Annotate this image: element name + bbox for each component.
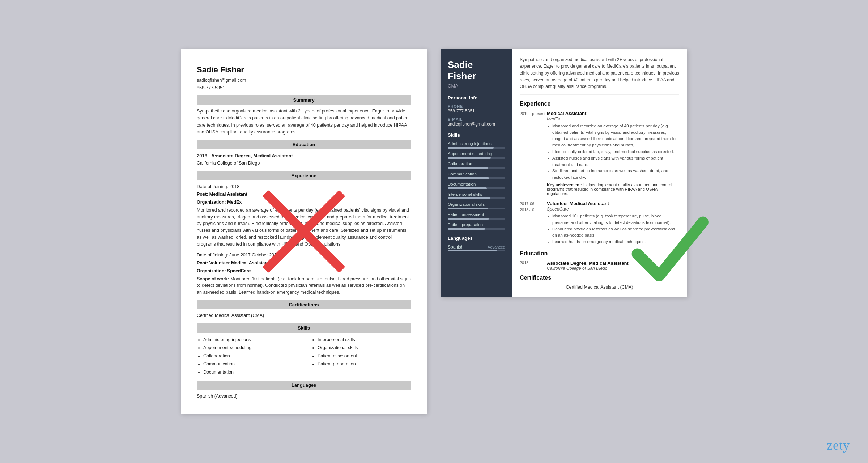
bullet-item: Sterilized and set up instruments as wel… <box>552 168 679 181</box>
skill-bar-item: Documentation <box>448 182 505 189</box>
job2-org: Organization: SpeedCare <box>197 268 411 275</box>
right-title: CMA <box>448 83 505 89</box>
education-header: Education <box>197 140 411 149</box>
languages-sidebar-title: Languages <box>448 235 505 241</box>
skill-bar-item: Interpersonal skills <box>448 192 505 199</box>
right-sidebar: Sadie Fisher CMA Personal Info Phone 858… <box>441 49 512 297</box>
edu-school-right: California College of San Diego <box>547 266 679 271</box>
job2-desc: Scope of work: Monitored 10+ patients (e… <box>197 276 411 296</box>
skill-item: Appointment scheduling <box>203 344 297 352</box>
exp-company-1: MedEx <box>547 116 679 122</box>
job1-joining: Date of Joining: 2018– <box>197 183 411 190</box>
exp-job-title-1: Medical Assistant <box>547 111 679 116</box>
skills-col-left: Administering injections Appointment sch… <box>197 336 297 377</box>
left-email: sadicqfisher@gmail.com <box>197 77 411 84</box>
exp-dates-1: 2019 - present <box>520 111 547 196</box>
right-summary: Sympathetic and organized medical assist… <box>520 56 679 95</box>
left-name: Sadie Fisher <box>197 64 411 76</box>
lang-level: Advanced <box>488 245 505 249</box>
skills-list-right: Interpersonal skills Organizational skil… <box>311 336 411 368</box>
skill-item: Interpersonal skills <box>318 336 411 344</box>
phone-value: 858-777-5351 <box>448 109 505 114</box>
job2-post: Post: Volunteer Medical Assistant <box>197 260 411 267</box>
skill-bar-item: Patient assessment <box>448 212 505 220</box>
skill-item: Patient assessment <box>318 352 411 360</box>
skill-item: Collaboration <box>203 352 297 360</box>
edu-year-1: 2018 <box>520 260 547 271</box>
skills-col-right: Interpersonal skills Organizational skil… <box>311 336 411 377</box>
exp-content-1: Medical Assistant MedEx Monitored and re… <box>547 111 679 196</box>
bullet-item: Conducted physician referrals as well as… <box>552 226 679 239</box>
edu-entry-1: 2018 Associate Degree, Medical Assistant… <box>520 260 679 271</box>
skill-item: Documentation <box>203 368 297 377</box>
skill-bar-item: Communication <box>448 172 505 179</box>
skill-item: Organizational skills <box>318 344 411 352</box>
exp-bullets-2: Monitored 10+ patients (e.g. took temper… <box>547 213 679 245</box>
lang-bar-item: Spanish Advanced <box>448 245 505 251</box>
phone-info: Phone 858-777-5351 <box>448 104 505 114</box>
phone-label: Phone <box>448 104 505 109</box>
exp-entry-2: 2017-06 - 2018-10 Volunteer Medical Assi… <box>520 201 679 245</box>
job2-joining: Date of Joining: June 2017 October 2018 <box>197 252 411 259</box>
skill-bar-item: Administering injections <box>448 141 505 149</box>
right-main-content: Sympathetic and organized medical assist… <box>512 49 687 297</box>
key-achievement-1: Key achievement: Helped implement qualit… <box>547 183 679 196</box>
exp-job-title-2: Volunteer Medical Assistant <box>547 201 679 206</box>
skill-bar-item: Collaboration <box>448 162 505 169</box>
email-label: E-mail <box>448 117 505 122</box>
bullet-item: Assisted nurses and physicians with vari… <box>552 155 679 168</box>
exp-bullets-1: Monitored and recorded an average of 40 … <box>547 123 679 181</box>
skill-item: Administering injections <box>203 336 297 344</box>
job-block-1: Date of Joining: 2018– Post: Medical Ass… <box>197 183 411 248</box>
edu-school: California College of San Diego <box>197 160 411 167</box>
bullet-item: Monitored 10+ patients (e.g. took temper… <box>552 213 679 226</box>
cert-text: Certified Medical Assistant (CMA) <box>197 312 411 319</box>
resume-right: Sadie Fisher CMA Personal Info Phone 858… <box>441 49 687 297</box>
summary-text: Sympathetic and organized medical assist… <box>197 108 411 136</box>
skill-bar-item: Organizational skills <box>448 202 505 209</box>
email-info: E-mail sadicqfisher@gmail.com <box>448 117 505 127</box>
personal-info-title: Personal Info <box>448 95 505 101</box>
cert-header: Certifications <box>197 300 411 310</box>
resume-left: Sadie Fisher sadicqfisher@gmail.com 858-… <box>181 49 427 414</box>
zety-brand: zety <box>827 438 850 453</box>
job1-org: Organization: MedEx <box>197 199 411 206</box>
job-block-2: Date of Joining: June 2017 October 2018 … <box>197 252 411 296</box>
languages-text: Spanish (Advanced) <box>197 393 411 400</box>
skills-header: Skills <box>197 323 411 333</box>
summary-header: Summary <box>197 95 411 105</box>
bullet-item: Learned hands-on emergency medical techn… <box>552 239 679 245</box>
exp-company-2: SpeedCare <box>547 207 679 212</box>
exp-content-2: Volunteer Medical Assistant SpeedCare Mo… <box>547 201 679 245</box>
skill-item: Patient preparation <box>318 360 411 368</box>
experience-title-right: Experience <box>520 101 679 107</box>
skills-title: Skills <box>448 132 505 138</box>
job1-post: Post: Medical Assistant <box>197 191 411 198</box>
skill-bar-item: Appointment scheduling <box>448 152 505 159</box>
bullet-item: Electronically ordered lab, x-ray, and m… <box>552 149 679 155</box>
right-name-line1: Sadie Fisher <box>448 59 505 82</box>
bullet-item: Monitored and recorded an average of 40 … <box>552 123 679 149</box>
edu-content-1: Associate Degree, Medical Assistant Cali… <box>547 260 679 271</box>
lang-name: Spanish <box>448 245 463 250</box>
job1-desc: Monitored and recorded an average of 40 … <box>197 207 411 248</box>
edu-degree-right: Associate Degree, Medical Assistant <box>547 260 679 266</box>
education-title-right: Education <box>520 250 679 257</box>
email-value: sadicqfisher@gmail.com <box>448 122 505 127</box>
left-phone: 858-777-5351 <box>197 85 411 92</box>
cert-entry-right: Certified Medical Assistant (CMA) <box>520 285 679 290</box>
certificates-title-right: Certificates <box>520 275 679 281</box>
exp-entry-1: 2019 - present Medical Assistant MedEx M… <box>520 111 679 196</box>
skills-columns: Administering injections Appointment sch… <box>197 336 411 377</box>
skill-item: Communication <box>203 360 297 368</box>
skill-bar-item: Patient preparation <box>448 222 505 230</box>
edu-degree: 2018 - Associate Degree, Medical Assista… <box>197 152 411 160</box>
skills-list-left: Administering injections Appointment sch… <box>197 336 297 377</box>
exp-dates-2: 2017-06 - 2018-10 <box>520 201 547 245</box>
experience-header: Experience <box>197 171 411 180</box>
languages-header: Languages <box>197 381 411 390</box>
